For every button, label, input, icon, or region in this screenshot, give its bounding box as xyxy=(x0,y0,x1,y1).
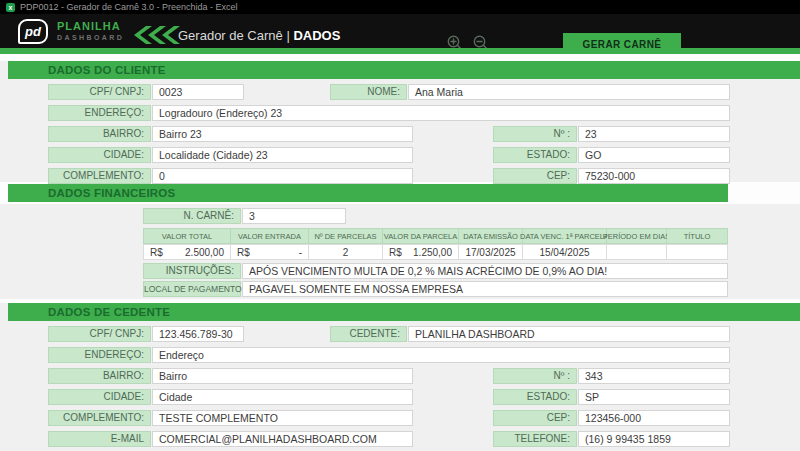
cedente-cep-field[interactable]: 123456-000 xyxy=(578,410,730,426)
window-title: PDP0012 - Gerador de Carnê 3.0 - Preench… xyxy=(20,2,238,12)
app-header: pd PLANILHA DASHBOARD Gerador de Carnê |… xyxy=(0,14,800,48)
cedente-endereco-field[interactable]: Endereço xyxy=(152,347,730,363)
col-header-periodo: PERÍODO EM DIAS xyxy=(607,228,667,244)
section-title-financeiro: DADOS FINANCEIROS xyxy=(8,187,175,199)
back-chevrons-icon[interactable] xyxy=(134,26,180,44)
cliente-cidade-label: CIDADE: xyxy=(48,147,151,163)
cedente-telefone-field[interactable]: (16) 9 99435 1859 xyxy=(578,431,730,447)
section-header-financeiro: DADOS FINANCEIROS xyxy=(8,184,728,202)
valor-total-cell[interactable]: R$ 2.500,00 xyxy=(143,244,231,260)
instrucoes-field[interactable]: APÓS VENCIMENTO MULTA DE 0,2 % MAIS ACRÉ… xyxy=(242,263,728,279)
cliente-cep-label: CEP: xyxy=(493,168,577,184)
cedente-email-field[interactable]: COMERCIAL@PLANILHADASHBOARD.COM xyxy=(152,431,413,447)
cedente-bairro-field[interactable]: Bairro xyxy=(152,368,413,384)
ncarne-field[interactable]: 3 xyxy=(242,208,346,224)
cedente-cidade-label: CIDADE: xyxy=(48,389,151,405)
cedente-estado-label: ESTADO: xyxy=(493,389,577,405)
cliente-endereco-label: ENDEREÇO: xyxy=(48,105,151,121)
valor-total-currency: R$ xyxy=(150,247,163,258)
cliente-numero-field[interactable]: 23 xyxy=(578,126,730,142)
data-venc-cell[interactable]: 15/04/2025 xyxy=(523,244,607,260)
col-header-num-parcelas: Nº DE PARCELAS xyxy=(309,228,383,244)
cliente-bairro-field[interactable]: Bairro 23 xyxy=(152,126,413,142)
cedente-cpf-field[interactable]: 123.456.789-30 xyxy=(152,326,244,342)
data-emissao-cell[interactable]: 17/03/2025 xyxy=(459,244,523,260)
financeiro-table-header-row: VALOR TOTAL VALOR ENTRADA Nº DE PARCELAS… xyxy=(143,228,728,244)
window-titlebar: x PDP0012 - Gerador de Carnê 3.0 - Preen… xyxy=(0,0,800,14)
cedente-endereco-label: ENDEREÇO: xyxy=(48,347,151,363)
section-header-cliente: DADOS DO CLIENTE xyxy=(8,61,800,79)
cedente-cidade-field[interactable]: Cidade xyxy=(152,389,413,405)
cedente-telefone-label: TELEFONE: xyxy=(493,431,577,447)
page-title-app: Gerador de Carnê xyxy=(178,28,283,43)
page-title-section: DADOS xyxy=(293,28,340,43)
cedente-estado-field[interactable]: SP xyxy=(578,389,730,405)
cedente-cpf-label: CPF/ CNPJ: xyxy=(48,326,151,342)
page-title-separator: | xyxy=(286,28,289,43)
cedente-nome-label: CEDENTE: xyxy=(330,326,407,342)
col-header-valor-parcela: VALOR DA PARCELA xyxy=(383,228,459,244)
pd-logo-icon: pd xyxy=(18,19,48,44)
instrucoes-label: INSTRUÇÕES: xyxy=(143,263,241,279)
cedente-numero-field[interactable]: 343 xyxy=(578,368,730,384)
cedente-numero-label: Nº : xyxy=(493,368,577,384)
cliente-cpf-label: CPF/ CNPJ: xyxy=(48,84,151,100)
section-title-cliente: DADOS DO CLIENTE xyxy=(8,64,166,76)
valor-parcela-currency: R$ xyxy=(389,247,402,258)
valor-entrada-currency: R$ xyxy=(237,247,250,258)
local-pagamento-field[interactable]: PAGAVEL SOMENTE EM NOSSA EMPRESA xyxy=(242,281,728,297)
brand-planilha: PLANILHA xyxy=(57,21,124,32)
valor-entrada-cell[interactable]: R$ - xyxy=(231,244,309,260)
cliente-complemento-field[interactable]: 0 xyxy=(152,168,413,184)
ncarne-label: N. CARNÊ: xyxy=(143,208,241,224)
brand-block: PLANILHA DASHBOARD xyxy=(57,21,124,41)
valor-entrada-amount: - xyxy=(299,247,302,258)
local-pagamento-label: LOCAL DE PAGAMENTO: xyxy=(143,281,241,297)
cedente-bairro-label: BAIRRO: xyxy=(48,368,151,384)
cliente-nome-label: NOME: xyxy=(330,84,407,100)
col-header-titulo: TÍTULO xyxy=(667,228,728,244)
brand-dashboard: DASHBOARD xyxy=(57,34,124,41)
section-title-cedente: DADOS DE CEDENTE xyxy=(8,306,170,318)
cliente-estado-field[interactable]: GO xyxy=(578,147,730,163)
cliente-endereco-field[interactable]: Logradouro (Endereço) 23 xyxy=(152,105,730,121)
cliente-nome-field[interactable]: Ana Maria xyxy=(408,84,730,100)
cliente-bairro-label: BAIRRO: xyxy=(48,126,151,142)
valor-parcela-cell[interactable]: R$ 1.250,00 xyxy=(383,244,459,260)
cliente-complemento-label: COMPLEMENTO: xyxy=(48,168,151,184)
cedente-complemento-field[interactable]: TESTE COMPLEMENTO xyxy=(152,410,413,426)
page-title: Gerador de Carnê | DADOS xyxy=(178,28,340,43)
cliente-estado-label: ESTADO: xyxy=(493,147,577,163)
col-header-data-venc: DATA VENC. 1ª PARCELA xyxy=(523,228,607,244)
cedente-email-label: E-MAIL xyxy=(48,431,151,447)
col-header-data-emissao: DATA EMISSÃO xyxy=(459,228,523,244)
valor-total-amount: 2.500,00 xyxy=(185,247,224,258)
col-header-valor-total: VALOR TOTAL xyxy=(143,228,231,244)
titulo-cell[interactable] xyxy=(667,244,728,260)
cedente-cep-label: CEP: xyxy=(493,410,577,426)
spacer xyxy=(0,54,800,61)
section-header-cedente: DADOS DE CEDENTE xyxy=(8,303,800,321)
excel-icon: x xyxy=(6,3,15,12)
periodo-cell[interactable] xyxy=(607,244,667,260)
num-parcelas-cell[interactable]: 2 xyxy=(309,244,383,260)
cedente-complemento-label: COMPLEMENTO: xyxy=(48,410,151,426)
financeiro-table-value-row: R$ 2.500,00 R$ - 2 R$ 1.250,00 17/03/202… xyxy=(143,244,728,260)
col-header-valor-entrada: VALOR ENTRADA xyxy=(231,228,309,244)
cliente-cpf-field[interactable]: 0023 xyxy=(152,84,244,100)
cliente-cidade-field[interactable]: Localidade (Cidade) 23 xyxy=(152,147,413,163)
cedente-nome-field[interactable]: PLANILHA DASHBOARD xyxy=(408,326,730,342)
valor-parcela-amount: 1.250,00 xyxy=(413,247,452,258)
cliente-numero-label: Nº : xyxy=(493,126,577,142)
cliente-cep-field[interactable]: 75230-000 xyxy=(578,168,730,184)
